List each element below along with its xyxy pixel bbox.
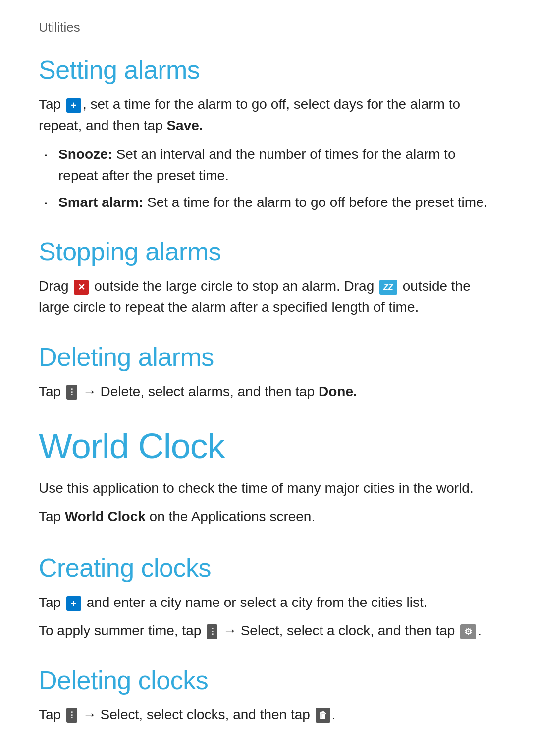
deleting-alarms-heading: Deleting alarms [39, 342, 496, 372]
world-clock-desc1: Use this application to check the time o… [39, 477, 496, 499]
creating-clocks-body2: To apply summer time, tap ⋮ → Select, se… [39, 620, 496, 641]
snooze-label: Snooze: [58, 147, 112, 162]
stopping-alarms-section: Stopping alarms Drag ✕ outside the large… [39, 237, 496, 318]
stopping-alarms-heading: Stopping alarms [39, 237, 496, 266]
world-clock-heading: World Clock [39, 426, 496, 466]
zz-icon: ZZ [379, 280, 397, 295]
stopping-alarms-body: Drag ✕ outside the large circle to stop … [39, 275, 496, 318]
smart-alarm-text: Set a time for the alarm to go off befor… [143, 195, 487, 210]
setting-alarms-section: Setting alarms Tap +, set a time for the… [39, 55, 496, 213]
setting-alarms-body: Tap +, set a time for the alarm to go of… [39, 94, 496, 137]
plus-icon-creating: + [66, 596, 81, 611]
done-bold: Done. [319, 384, 357, 399]
setting-alarms-heading: Setting alarms [39, 55, 496, 85]
menu-icon-deleting-alarms: ⋮ [66, 385, 77, 400]
gear-icon: ⚙ [460, 624, 476, 639]
menu-icon-creating: ⋮ [207, 624, 217, 639]
page-category-label: Utilities [39, 20, 496, 35]
deleting-alarms-body: Tap ⋮ → Delete, select alarms, and then … [39, 381, 496, 402]
creating-clocks-section: Creating clocks Tap + and enter a city n… [39, 553, 496, 642]
menu-icon-deleting-clocks: ⋮ [66, 708, 77, 723]
world-clock-desc2: Tap World Clock on the Applications scre… [39, 506, 496, 527]
deleting-clocks-body: Tap ⋮ → Select, select clocks, and then … [39, 704, 496, 725]
smart-alarm-label: Smart alarm: [58, 195, 143, 210]
setting-alarms-bullets: Snooze: Set an interval and the number o… [44, 144, 496, 213]
deleting-alarms-section: Deleting alarms Tap ⋮ → Delete, select a… [39, 342, 496, 402]
world-clock-section: World Clock Use this application to chec… [39, 426, 496, 527]
creating-clocks-body1: Tap + and enter a city name or select a … [39, 592, 496, 613]
bullet-snooze: Snooze: Set an interval and the number o… [44, 144, 496, 187]
snooze-text: Set an interval and the number of times … [58, 147, 455, 183]
trash-icon: 🗑 [316, 708, 330, 723]
x-icon: ✕ [74, 280, 89, 295]
bullet-smart-alarm: Smart alarm: Set a time for the alarm to… [44, 192, 496, 213]
creating-clocks-heading: Creating clocks [39, 553, 496, 583]
plus-icon: + [66, 98, 81, 113]
save-bold: Save. [166, 118, 203, 133]
deleting-clocks-heading: Deleting clocks [39, 665, 496, 695]
world-clock-bold: World Clock [65, 509, 146, 524]
page-number: 87 [261, 754, 275, 756]
deleting-clocks-section: Deleting clocks Tap ⋮ → Select, select c… [39, 665, 496, 725]
